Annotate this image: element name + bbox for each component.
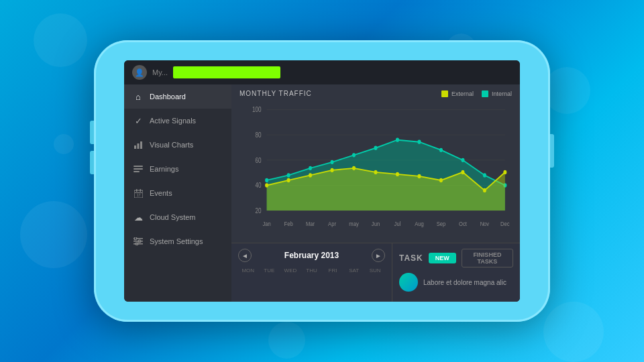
- phone-frame: 👤 My... ⌂ Dashboard ✓ Active Signals: [94, 40, 550, 322]
- calendar-days-header: MON TUE WED THU FRI SAT SUN: [238, 266, 385, 275]
- svg-point-41: [287, 178, 290, 182]
- svg-point-43: [331, 168, 334, 172]
- svg-text:60: 60: [255, 157, 261, 164]
- legend-external: External: [441, 90, 474, 97]
- svg-text:Mar: Mar: [306, 220, 315, 227]
- prev-month-button[interactable]: ◄: [238, 249, 252, 262]
- green-bar: [173, 66, 280, 78]
- volume-up-button: [90, 121, 94, 144]
- bottom-section: ◄ February 2013 ► MON TUE WED THU FRI SA…: [231, 243, 520, 302]
- sidebar-label-active-signals: Active Signals: [150, 117, 196, 125]
- day-thu: THU: [302, 266, 322, 275]
- sidebar-label-dashboard: Dashboard: [150, 93, 186, 101]
- new-task-button[interactable]: NEW: [429, 253, 456, 263]
- svg-point-40: [265, 183, 268, 187]
- chart-title: MONTHLY TRAFFIC: [239, 90, 312, 97]
- task-panel: TASK NEW FINISHED TASKS Labore et dolore…: [392, 243, 520, 302]
- svg-point-45: [374, 170, 377, 174]
- chart-section: MONTHLY TRAFFIC External Internal: [231, 84, 520, 243]
- sidebar-item-events[interactable]: 17 Events: [124, 181, 231, 205]
- svg-text:Jan: Jan: [262, 220, 270, 227]
- avatar: 👤: [132, 65, 147, 80]
- svg-point-51: [503, 170, 506, 174]
- task-header: TASK NEW FINISHED TASKS: [399, 249, 513, 267]
- sidebar-label-events: Events: [150, 189, 172, 197]
- svg-point-44: [352, 166, 356, 170]
- day-tue: TUE: [260, 266, 280, 275]
- sidebar-item-earnings[interactable]: Earnings: [124, 157, 231, 181]
- top-bar: 👤 My...: [124, 60, 520, 84]
- sidebar-label-system-settings: System Settings: [150, 237, 203, 245]
- task-title: TASK: [399, 253, 423, 263]
- svg-point-48: [439, 178, 443, 182]
- svg-point-47: [417, 174, 421, 178]
- svg-text:Sep: Sep: [437, 220, 446, 227]
- sidebar-item-system-settings[interactable]: System Settings: [124, 229, 231, 253]
- svg-point-49: [461, 170, 464, 174]
- svg-rect-5: [133, 171, 140, 172]
- svg-point-37: [461, 158, 464, 162]
- cloud-icon: ☁: [132, 211, 144, 223]
- day-sun: SUN: [365, 266, 385, 275]
- volume-down-button: [90, 151, 94, 174]
- svg-point-30: [309, 166, 312, 170]
- svg-text:Aug: Aug: [415, 220, 424, 227]
- calendar-icon: 17: [132, 187, 144, 199]
- finished-tasks-button[interactable]: FINISHED TASKS: [462, 249, 513, 267]
- task-avatar: [399, 273, 418, 292]
- main-content: ⌂ Dashboard ✓ Active Signals Vi: [124, 84, 520, 302]
- content-area: MONTHLY TRAFFIC External Internal: [231, 84, 520, 302]
- svg-text:17: 17: [137, 193, 141, 197]
- svg-rect-4: [133, 168, 143, 170]
- legend-external-dot: [441, 90, 448, 97]
- check-icon: ✓: [132, 115, 144, 127]
- svg-point-46: [396, 172, 399, 176]
- task-description: Labore et dolore magna alic: [423, 279, 506, 286]
- svg-text:Jul: Jul: [394, 220, 401, 227]
- svg-point-42: [309, 173, 312, 177]
- svg-point-36: [439, 148, 443, 152]
- chart-header: MONTHLY TRAFFIC External Internal: [239, 90, 512, 97]
- home-icon: ⌂: [132, 90, 144, 103]
- svg-text:Nov: Nov: [480, 220, 490, 227]
- svg-rect-1: [138, 143, 140, 149]
- day-sat: SAT: [344, 266, 364, 275]
- calendar-month: February 2013: [284, 251, 339, 260]
- legend-internal-dot: [482, 90, 488, 97]
- chart-legend: External Internal: [441, 90, 512, 97]
- svg-text:80: 80: [255, 131, 261, 139]
- svg-point-34: [396, 138, 399, 142]
- day-wed: WED: [280, 266, 301, 275]
- sidebar-item-dashboard[interactable]: ⌂ Dashboard: [124, 84, 231, 109]
- screen: 👤 My... ⌂ Dashboard ✓ Active Signals: [124, 60, 520, 302]
- svg-text:Feb: Feb: [284, 220, 293, 227]
- next-month-button[interactable]: ►: [372, 249, 385, 262]
- power-button: [550, 134, 554, 168]
- svg-text:Oct: Oct: [459, 220, 467, 227]
- chart-icon: [132, 139, 144, 151]
- sidebar-item-active-signals[interactable]: ✓ Active Signals: [124, 109, 231, 133]
- task-item: Labore et dolore magna alic: [399, 273, 513, 292]
- legend-internal-label: Internal: [492, 90, 512, 97]
- chart-wrapper: 100 80 60 40 20: [239, 101, 512, 240]
- day-mon: MON: [238, 266, 258, 275]
- svg-point-31: [331, 160, 334, 164]
- sidebar-label-cloud-system: Cloud System: [150, 213, 195, 221]
- earnings-icon: [132, 163, 144, 175]
- settings-icon: [132, 235, 144, 247]
- svg-point-35: [417, 140, 421, 144]
- svg-text:40: 40: [255, 182, 261, 189]
- svg-text:100: 100: [252, 107, 262, 114]
- svg-text:Jun: Jun: [372, 220, 380, 227]
- sidebar-label-earnings: Earnings: [150, 165, 178, 173]
- svg-rect-0: [134, 145, 136, 149]
- sidebar-label-visual-charts: Visual Charts: [150, 141, 193, 149]
- svg-rect-8: [140, 189, 141, 192]
- sidebar-item-visual-charts[interactable]: Visual Charts: [124, 133, 231, 157]
- sidebar-item-cloud-system[interactable]: ☁ Cloud System: [124, 205, 231, 229]
- svg-point-50: [483, 188, 486, 192]
- calendar-nav: ◄ February 2013 ►: [238, 249, 385, 262]
- svg-text:Dec: Dec: [500, 220, 510, 227]
- svg-text:may: may: [349, 220, 359, 227]
- calendar-panel: ◄ February 2013 ► MON TUE WED THU FRI SA…: [231, 243, 392, 302]
